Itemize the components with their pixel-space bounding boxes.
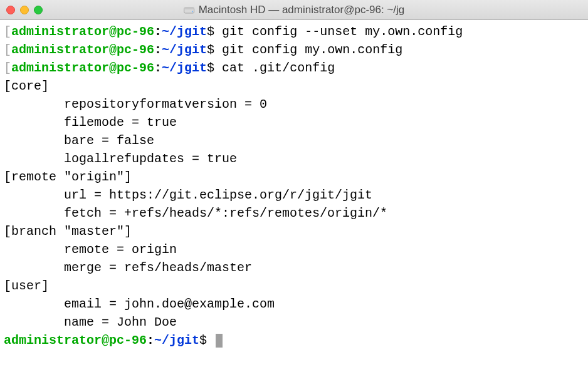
prompt-path: ~/jgit (162, 43, 207, 57)
command-line: [administrator@pc-96:~/jgit$ git config … (4, 23, 584, 41)
output-line: [core] (4, 77, 584, 95)
close-button[interactable] (6, 6, 15, 14)
cursor (216, 334, 223, 348)
command-text: git config my.own.config (222, 43, 402, 57)
output-line: name = John Doe (4, 313, 584, 331)
output-line: bare = false (4, 132, 584, 150)
output-line: filemode = true (4, 113, 584, 132)
disk-icon (184, 4, 195, 16)
terminal-content: [administrator@pc-96:~/jgit$ git config … (0, 20, 588, 352)
window-title-container: Macintosh HD — administrator@pc-96: ~/jg (184, 4, 405, 16)
prompt-user-host: administrator@pc-96 (11, 24, 154, 39)
output-line: [user] (4, 277, 584, 295)
svg-point-2 (192, 11, 193, 12)
minimize-button[interactable] (20, 6, 29, 14)
prompt-path: ~/jgit (162, 61, 207, 75)
window-titlebar: Macintosh HD — administrator@pc-96: ~/jg (0, 0, 588, 20)
prompt-path: ~/jgit (154, 333, 199, 348)
command-text: git config --unset my.own.config (222, 24, 463, 39)
command-line: [administrator@pc-96:~/jgit$ cat .git/co… (4, 59, 584, 77)
output-line: repositoryformatversion = 0 (4, 95, 584, 113)
prompt-user-host: administrator@pc-96 (4, 333, 147, 348)
command-line: [administrator@pc-96:~/jgit$ git config … (4, 41, 584, 59)
current-prompt-line: administrator@pc-96:~/jgit$ (4, 331, 584, 349)
output-line: remote = origin (4, 240, 584, 259)
traffic-lights (6, 6, 43, 14)
command-text: cat .git/config (222, 61, 335, 75)
output-line: logallrefupdates = true (4, 150, 584, 168)
output-line: fetch = +refs/heads/*:refs/remotes/origi… (4, 204, 584, 222)
output-line: [remote "origin"] (4, 168, 584, 186)
window-title: Macintosh HD — administrator@pc-96: ~/jg (199, 4, 405, 16)
output-line: email = john.doe@example.com (4, 295, 584, 313)
maximize-button[interactable] (34, 6, 43, 14)
svg-rect-1 (184, 8, 194, 9)
output-line: merge = refs/heads/master (4, 259, 584, 277)
prompt-path: ~/jgit (162, 24, 207, 39)
prompt-user-host: administrator@pc-96 (11, 61, 154, 75)
terminal-area[interactable]: [administrator@pc-96:~/jgit$ git config … (0, 20, 588, 382)
output-line: [branch "master"] (4, 222, 584, 240)
output-line: url = https://git.eclipse.org/r/jgit/jgi… (4, 186, 584, 204)
prompt-user-host: administrator@pc-96 (11, 43, 154, 57)
